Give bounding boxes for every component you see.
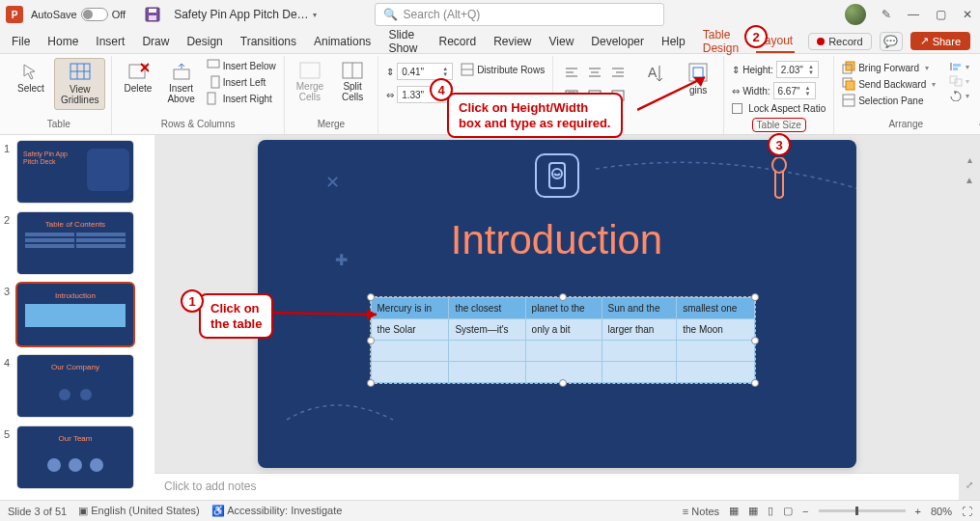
tab-help[interactable]: Help [659, 31, 687, 52]
record-button[interactable]: Record [808, 33, 871, 50]
language-status[interactable]: ▣ English (United States) [78, 505, 200, 517]
thumb-1[interactable]: Safety Pin AppPitch Deck [17, 141, 133, 203]
zoom-out-icon[interactable]: − [802, 506, 808, 517]
minimize-icon[interactable]: — [907, 8, 920, 21]
ribbon-display-icon[interactable]: ✎ [880, 8, 893, 21]
cell-height-input[interactable]: 0.41"▲▼ [397, 63, 453, 80]
group-menu[interactable]: ▾ [947, 74, 971, 88]
tab-home[interactable]: Home [45, 31, 80, 52]
table-cell[interactable]: only a bit [525, 319, 602, 341]
reading-view-icon[interactable]: ▯ [768, 505, 773, 517]
sorter-view-icon[interactable]: ▦ [748, 505, 758, 517]
table-cell[interactable]: larger than [602, 319, 677, 341]
tab-review[interactable]: Review [491, 31, 533, 52]
lock-aspect-checkbox[interactable]: Lock Aspect Ratio [730, 102, 827, 115]
table-cell[interactable]: System—it's [449, 319, 525, 341]
insert-right-button[interactable]: Insert Right [205, 91, 278, 106]
maximize-icon[interactable]: ▢ [934, 8, 947, 21]
view-gridlines-button[interactable]: View Gridlines [54, 58, 105, 110]
tab-table-design[interactable]: Table Design [701, 24, 742, 59]
tab-draw[interactable]: Draw [140, 31, 171, 52]
save-icon[interactable] [145, 7, 160, 22]
table-cell[interactable] [449, 362, 525, 383]
table-cell[interactable] [371, 362, 449, 383]
autosave-toggle[interactable]: AutoSave Off [31, 8, 126, 21]
table-cell[interactable] [677, 341, 754, 362]
tab-animations[interactable]: Animations [312, 31, 373, 52]
table-cell[interactable] [525, 341, 602, 362]
close-icon[interactable]: ✕ [961, 8, 974, 21]
share-button[interactable]: ↗Share [910, 32, 970, 50]
comments-button[interactable]: 💬 [880, 32, 903, 51]
table-cell[interactable]: Mercury is in [371, 298, 449, 319]
align-menu[interactable]: ▾ [947, 60, 971, 73]
merge-cells-button[interactable]: Merge Cells [291, 58, 329, 106]
align-left-icon[interactable] [561, 62, 582, 83]
collapse-icon[interactable]: ▴ [967, 154, 972, 165]
table-cell[interactable]: the closest [449, 298, 525, 319]
distribute-rows-button[interactable]: Distribute Rows [459, 62, 546, 77]
table-cell[interactable]: the Moon [677, 319, 754, 341]
notes-toggle[interactable]: ≡ Notes [683, 506, 719, 517]
send-backward-button[interactable]: Send Backward▾ [840, 76, 938, 92]
table-cell[interactable] [602, 341, 677, 362]
scroll-up-icon[interactable]: ▲ [965, 175, 974, 185]
tab-file[interactable]: File [10, 31, 32, 52]
file-name[interactable]: Safety Pin App Pitch De… [174, 8, 308, 21]
slide-count[interactable]: Slide 3 of 51 [8, 506, 67, 517]
table-cell[interactable] [677, 362, 754, 383]
avatar[interactable] [845, 4, 866, 25]
bring-forward-button[interactable]: Bring Forward▾ [840, 60, 938, 75]
table-cell[interactable]: the Solar [371, 319, 449, 341]
tab-transitions[interactable]: Transitions [238, 31, 298, 52]
table-width-input[interactable]: 6.67"▲▼ [773, 82, 816, 99]
slide-table[interactable]: Mercury is inthe closestplanet to theSun… [370, 296, 756, 384]
tab-view[interactable]: View [547, 31, 576, 52]
table-cell[interactable] [602, 362, 677, 383]
select-button[interactable]: Select [12, 58, 50, 97]
tab-design[interactable]: Design [184, 31, 224, 52]
insert-left-button[interactable]: Insert Left [205, 74, 278, 90]
table-height-input[interactable]: 2.03"▲▼ [776, 61, 819, 78]
svg-rect-45 [953, 68, 958, 70]
notes-pane[interactable]: Click to add notes [154, 473, 959, 500]
table-cell[interactable] [449, 341, 525, 362]
thumb-2[interactable]: Table of Contents [17, 212, 133, 274]
zoom-level[interactable]: 80% [931, 506, 952, 517]
text-direction-button[interactable]: A [636, 58, 675, 89]
split-cells-button[interactable]: Split Cells [333, 58, 372, 106]
slide-title[interactable]: Introduction [258, 217, 856, 263]
selection-pane-button[interactable]: Selection Pane [840, 93, 938, 108]
thumb-5[interactable]: Our Team [17, 426, 133, 488]
slideshow-view-icon[interactable]: ▢ [783, 505, 793, 517]
tab-record[interactable]: Record [436, 31, 478, 52]
slide-editor: ✕ ✚ Introduction Mercury is inthe closes… [154, 135, 959, 500]
table-cell[interactable]: smallest one [677, 298, 754, 319]
search-input[interactable]: 🔍 Search (Alt+Q) [375, 3, 664, 26]
zoom-in-icon[interactable]: + [915, 506, 921, 517]
tab-developer[interactable]: Developer [589, 31, 646, 52]
accessibility-status[interactable]: ♿ Accessibility: Investigate [211, 505, 343, 517]
table-cell[interactable] [371, 341, 449, 362]
thumb-3[interactable]: Introduction [17, 284, 133, 345]
chevron-down-icon[interactable]: ▾ [313, 11, 317, 19]
scroll-down-icon[interactable]: ⤢ [966, 480, 973, 490]
svg-rect-13 [208, 93, 215, 104]
insert-below-button[interactable]: Insert Below [205, 58, 278, 73]
toggle-switch[interactable] [81, 8, 108, 21]
insert-above-button[interactable]: Insert Above [161, 58, 200, 108]
table-cell[interactable]: Sun and the [602, 298, 677, 319]
zoom-slider[interactable] [819, 509, 906, 512]
fit-to-window-icon[interactable]: ⛶ [962, 506, 972, 517]
rotate-menu[interactable]: ▾ [947, 89, 971, 102]
align-center-icon[interactable] [584, 62, 605, 83]
tab-slideshow[interactable]: Slide Show [386, 24, 423, 59]
slide-canvas[interactable]: ✕ ✚ Introduction Mercury is inthe closes… [258, 140, 856, 468]
normal-view-icon[interactable]: ▦ [729, 505, 739, 517]
cell-margins-button[interactable]: gins [679, 58, 717, 99]
align-right-icon[interactable] [607, 62, 629, 83]
delete-button[interactable]: Delete [118, 58, 157, 97]
tab-insert[interactable]: Insert [94, 31, 126, 52]
thumb-4[interactable]: Our Company [17, 355, 133, 417]
slide-thumbnails[interactable]: 1Safety Pin AppPitch Deck 2Table of Cont… [0, 135, 154, 500]
